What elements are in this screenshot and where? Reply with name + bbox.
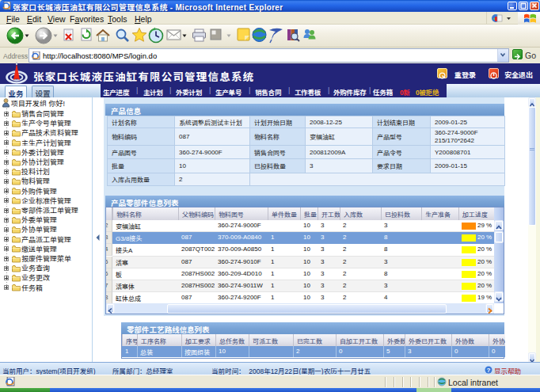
svg-text:?: ? [487, 367, 491, 374]
